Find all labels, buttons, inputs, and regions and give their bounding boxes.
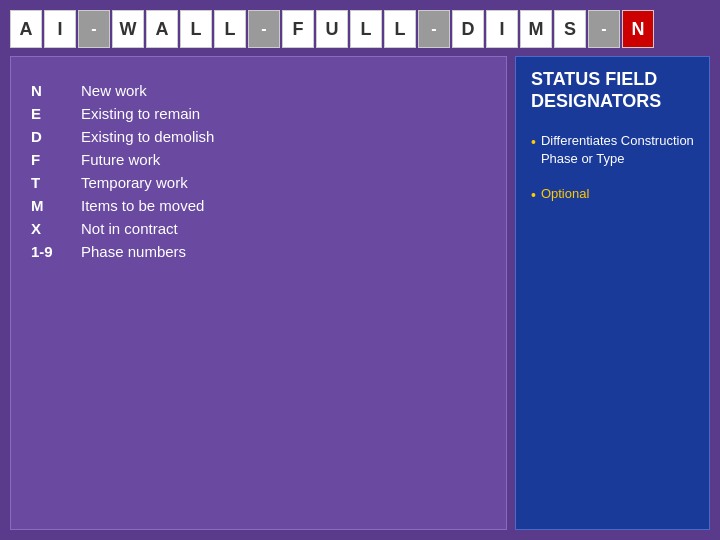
main-container: AI-WALL-FULL-DIMS-N NNew workEExisting t… — [0, 0, 720, 540]
bullet-dot-2: • — [531, 186, 536, 206]
letter-box-12: - — [418, 10, 450, 48]
designator-key-4: T — [31, 174, 61, 191]
designator-value-5: Items to be moved — [81, 197, 204, 214]
letter-box-17: - — [588, 10, 620, 48]
letter-box-8: F — [282, 10, 314, 48]
designator-key-0: N — [31, 82, 61, 99]
letter-box-18: N — [622, 10, 654, 48]
designator-row-7: 1-9Phase numbers — [31, 243, 486, 260]
letter-boxes: AI-WALL-FULL-DIMS-N — [10, 10, 710, 48]
bullet-text-1: Differentiates Construction Phase or Typ… — [541, 132, 694, 168]
right-panel-title: STATUS FIELD DESIGNATORS — [531, 69, 694, 112]
designator-value-0: New work — [81, 82, 147, 99]
letter-box-1: I — [44, 10, 76, 48]
letter-box-0: A — [10, 10, 42, 48]
designator-key-6: X — [31, 220, 61, 237]
letter-box-16: S — [554, 10, 586, 48]
designator-row-4: TTemporary work — [31, 174, 486, 191]
letter-box-14: I — [486, 10, 518, 48]
designator-row-2: DExisting to demolish — [31, 128, 486, 145]
letter-box-6: L — [214, 10, 246, 48]
letter-box-3: W — [112, 10, 144, 48]
letter-box-5: L — [180, 10, 212, 48]
designator-key-7: 1-9 — [31, 243, 61, 260]
bullet-2: • Optional — [531, 185, 694, 206]
letter-box-10: L — [350, 10, 382, 48]
designator-key-3: F — [31, 151, 61, 168]
letter-box-15: M — [520, 10, 552, 48]
designator-value-3: Future work — [81, 151, 160, 168]
designator-row-3: FFuture work — [31, 151, 486, 168]
designator-value-7: Phase numbers — [81, 243, 186, 260]
designator-value-2: Existing to demolish — [81, 128, 214, 145]
designator-row-0: NNew work — [31, 82, 486, 99]
letter-box-4: A — [146, 10, 178, 48]
designator-row-1: EExisting to remain — [31, 105, 486, 122]
optional-text: Optional — [541, 185, 589, 206]
designator-key-2: D — [31, 128, 61, 145]
designator-key-1: E — [31, 105, 61, 122]
designator-row-6: XNot in contract — [31, 220, 486, 237]
designator-value-6: Not in contract — [81, 220, 178, 237]
designator-table: NNew workEExisting to remainDExisting to… — [31, 82, 486, 260]
designator-row-5: MItems to be moved — [31, 197, 486, 214]
letter-box-2: - — [78, 10, 110, 48]
designator-value-1: Existing to remain — [81, 105, 200, 122]
letter-box-9: U — [316, 10, 348, 48]
designator-key-5: M — [31, 197, 61, 214]
right-panel: STATUS FIELD DESIGNATORS • Differentiate… — [515, 56, 710, 530]
letter-box-13: D — [452, 10, 484, 48]
header-bar: AI-WALL-FULL-DIMS-N — [10, 10, 710, 48]
letter-box-11: L — [384, 10, 416, 48]
left-panel: NNew workEExisting to remainDExisting to… — [10, 56, 507, 530]
letter-box-7: - — [248, 10, 280, 48]
designator-value-4: Temporary work — [81, 174, 188, 191]
main-content: NNew workEExisting to remainDExisting to… — [10, 56, 710, 530]
bullet-dot-1: • — [531, 133, 536, 168]
bullet-1: • Differentiates Construction Phase or T… — [531, 132, 694, 168]
